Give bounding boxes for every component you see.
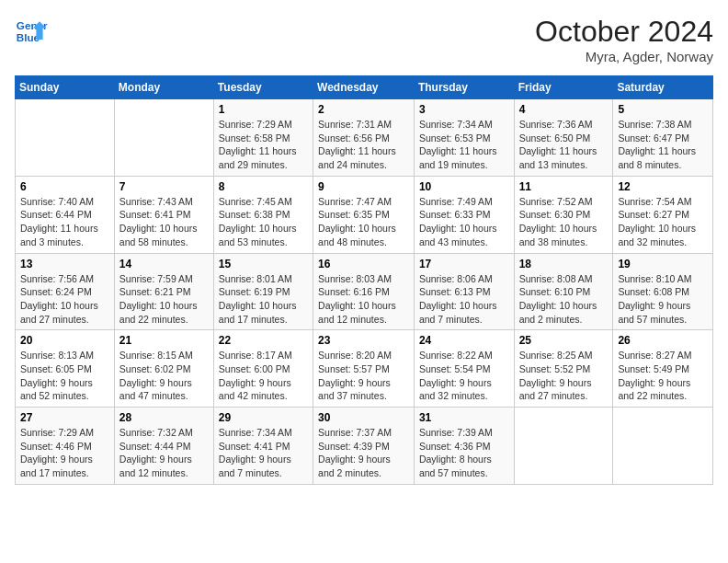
day-number: 5 bbox=[618, 103, 708, 116]
day-number: 3 bbox=[419, 103, 509, 116]
calendar-week-row: 1Sunrise: 7:29 AM Sunset: 6:58 PM Daylig… bbox=[16, 99, 713, 177]
day-number: 19 bbox=[618, 258, 708, 270]
calendar-week-row: 13Sunrise: 7:56 AM Sunset: 6:24 PM Dayli… bbox=[16, 253, 713, 330]
day-number: 28 bbox=[119, 411, 209, 424]
calendar-cell: 24Sunrise: 8:22 AM Sunset: 5:54 PM Dayli… bbox=[414, 330, 514, 408]
calendar-cell: 4Sunrise: 7:36 AM Sunset: 6:50 PM Daylig… bbox=[514, 99, 613, 177]
day-info: Sunrise: 8:13 AM Sunset: 6:05 PM Dayligh… bbox=[20, 349, 109, 403]
day-number: 15 bbox=[219, 258, 308, 270]
weekday-header: Monday bbox=[114, 76, 213, 99]
calendar-cell: 30Sunrise: 7:37 AM Sunset: 4:39 PM Dayli… bbox=[313, 408, 415, 485]
day-info: Sunrise: 7:32 AM Sunset: 4:44 PM Dayligh… bbox=[119, 426, 209, 480]
calendar-cell: 17Sunrise: 8:06 AM Sunset: 6:13 PM Dayli… bbox=[414, 253, 514, 330]
day-info: Sunrise: 7:56 AM Sunset: 6:24 PM Dayligh… bbox=[20, 272, 109, 327]
day-info: Sunrise: 7:39 AM Sunset: 4:36 PM Dayligh… bbox=[419, 426, 509, 480]
calendar-cell bbox=[16, 99, 115, 177]
day-number: 16 bbox=[318, 258, 409, 270]
calendar-cell: 31Sunrise: 7:39 AM Sunset: 4:36 PM Dayli… bbox=[414, 408, 514, 485]
day-info: Sunrise: 8:06 AM Sunset: 6:13 PM Dayligh… bbox=[419, 272, 509, 327]
weekday-header: Saturday bbox=[613, 76, 713, 99]
day-number: 8 bbox=[219, 180, 308, 193]
calendar-cell: 29Sunrise: 7:34 AM Sunset: 4:41 PM Dayli… bbox=[213, 408, 313, 485]
calendar-cell: 10Sunrise: 7:49 AM Sunset: 6:33 PM Dayli… bbox=[414, 176, 514, 253]
calendar-cell: 8Sunrise: 7:45 AM Sunset: 6:38 PM Daylig… bbox=[213, 176, 313, 253]
day-info: Sunrise: 7:47 AM Sunset: 6:35 PM Dayligh… bbox=[318, 195, 409, 249]
day-info: Sunrise: 7:54 AM Sunset: 6:27 PM Dayligh… bbox=[618, 195, 708, 249]
day-info: Sunrise: 7:43 AM Sunset: 6:41 PM Dayligh… bbox=[119, 195, 209, 249]
calendar-cell bbox=[613, 408, 713, 485]
calendar-cell: 27Sunrise: 7:29 AM Sunset: 4:46 PM Dayli… bbox=[16, 408, 115, 485]
day-info: Sunrise: 8:03 AM Sunset: 6:16 PM Dayligh… bbox=[318, 272, 409, 327]
logo: General Blue bbox=[15, 15, 48, 48]
day-number: 9 bbox=[318, 180, 409, 193]
calendar-cell: 14Sunrise: 7:59 AM Sunset: 6:21 PM Dayli… bbox=[114, 253, 213, 330]
day-info: Sunrise: 8:27 AM Sunset: 5:49 PM Dayligh… bbox=[618, 349, 708, 403]
calendar-table: SundayMondayTuesdayWednesdayThursdayFrid… bbox=[15, 75, 713, 485]
calendar-cell: 21Sunrise: 8:15 AM Sunset: 6:02 PM Dayli… bbox=[114, 330, 213, 408]
day-number: 10 bbox=[419, 180, 509, 193]
day-info: Sunrise: 7:52 AM Sunset: 6:30 PM Dayligh… bbox=[519, 195, 609, 249]
day-info: Sunrise: 8:25 AM Sunset: 5:52 PM Dayligh… bbox=[519, 349, 609, 403]
day-info: Sunrise: 7:37 AM Sunset: 4:39 PM Dayligh… bbox=[318, 426, 409, 480]
day-number: 24 bbox=[419, 334, 509, 347]
calendar-cell bbox=[114, 99, 213, 177]
weekday-header: Thursday bbox=[414, 76, 514, 99]
day-info: Sunrise: 7:29 AM Sunset: 4:46 PM Dayligh… bbox=[20, 426, 109, 480]
day-info: Sunrise: 8:20 AM Sunset: 5:57 PM Dayligh… bbox=[318, 349, 409, 403]
day-info: Sunrise: 8:17 AM Sunset: 6:00 PM Dayligh… bbox=[219, 349, 308, 403]
day-info: Sunrise: 7:40 AM Sunset: 6:44 PM Dayligh… bbox=[20, 195, 109, 249]
day-info: Sunrise: 7:45 AM Sunset: 6:38 PM Dayligh… bbox=[219, 195, 308, 249]
day-number: 18 bbox=[519, 258, 609, 270]
day-number: 27 bbox=[20, 411, 109, 424]
day-info: Sunrise: 8:01 AM Sunset: 6:19 PM Dayligh… bbox=[219, 272, 308, 327]
day-info: Sunrise: 8:22 AM Sunset: 5:54 PM Dayligh… bbox=[419, 349, 509, 403]
title-block: October 2024 Myra, Agder, Norway bbox=[535, 15, 713, 64]
day-number: 26 bbox=[618, 334, 708, 347]
day-number: 12 bbox=[618, 180, 708, 193]
calendar-cell: 28Sunrise: 7:32 AM Sunset: 4:44 PM Dayli… bbox=[114, 408, 213, 485]
calendar-cell: 11Sunrise: 7:52 AM Sunset: 6:30 PM Dayli… bbox=[514, 176, 613, 253]
day-number: 4 bbox=[519, 103, 609, 116]
day-info: Sunrise: 7:36 AM Sunset: 6:50 PM Dayligh… bbox=[519, 118, 609, 172]
calendar-cell: 3Sunrise: 7:34 AM Sunset: 6:53 PM Daylig… bbox=[414, 99, 514, 177]
calendar-cell: 5Sunrise: 7:38 AM Sunset: 6:47 PM Daylig… bbox=[613, 99, 713, 177]
calendar-week-row: 27Sunrise: 7:29 AM Sunset: 4:46 PM Dayli… bbox=[16, 408, 713, 485]
day-info: Sunrise: 8:15 AM Sunset: 6:02 PM Dayligh… bbox=[119, 349, 209, 403]
day-number: 17 bbox=[419, 258, 509, 270]
calendar-cell: 19Sunrise: 8:10 AM Sunset: 6:08 PM Dayli… bbox=[613, 253, 713, 330]
day-number: 21 bbox=[119, 334, 209, 347]
calendar-cell: 25Sunrise: 8:25 AM Sunset: 5:52 PM Dayli… bbox=[514, 330, 613, 408]
day-number: 31 bbox=[419, 411, 509, 424]
day-number: 23 bbox=[318, 334, 409, 347]
day-info: Sunrise: 7:31 AM Sunset: 6:56 PM Dayligh… bbox=[318, 118, 409, 172]
day-info: Sunrise: 8:08 AM Sunset: 6:10 PM Dayligh… bbox=[519, 272, 609, 327]
calendar-cell: 22Sunrise: 8:17 AM Sunset: 6:00 PM Dayli… bbox=[213, 330, 313, 408]
day-info: Sunrise: 7:49 AM Sunset: 6:33 PM Dayligh… bbox=[419, 195, 509, 249]
day-number: 2 bbox=[318, 103, 409, 116]
calendar-cell: 15Sunrise: 8:01 AM Sunset: 6:19 PM Dayli… bbox=[213, 253, 313, 330]
location-subtitle: Myra, Agder, Norway bbox=[535, 49, 713, 64]
day-info: Sunrise: 7:38 AM Sunset: 6:47 PM Dayligh… bbox=[618, 118, 708, 172]
weekday-header: Friday bbox=[514, 76, 613, 99]
calendar-cell: 2Sunrise: 7:31 AM Sunset: 6:56 PM Daylig… bbox=[313, 99, 415, 177]
day-number: 25 bbox=[519, 334, 609, 347]
page-header: General Blue October 2024 Myra, Agder, N… bbox=[15, 15, 713, 64]
day-number: 1 bbox=[219, 103, 308, 116]
day-number: 20 bbox=[20, 334, 109, 347]
calendar-cell: 7Sunrise: 7:43 AM Sunset: 6:41 PM Daylig… bbox=[114, 176, 213, 253]
calendar-cell: 20Sunrise: 8:13 AM Sunset: 6:05 PM Dayli… bbox=[16, 330, 115, 408]
day-number: 22 bbox=[219, 334, 308, 347]
calendar-cell: 23Sunrise: 8:20 AM Sunset: 5:57 PM Dayli… bbox=[313, 330, 415, 408]
day-number: 13 bbox=[20, 258, 109, 270]
weekday-header: Wednesday bbox=[313, 76, 415, 99]
day-info: Sunrise: 7:34 AM Sunset: 6:53 PM Dayligh… bbox=[419, 118, 509, 172]
calendar-cell bbox=[514, 408, 613, 485]
calendar-cell: 16Sunrise: 8:03 AM Sunset: 6:16 PM Dayli… bbox=[313, 253, 415, 330]
calendar-cell: 12Sunrise: 7:54 AM Sunset: 6:27 PM Dayli… bbox=[613, 176, 713, 253]
calendar-cell: 9Sunrise: 7:47 AM Sunset: 6:35 PM Daylig… bbox=[313, 176, 415, 253]
weekday-header-row: SundayMondayTuesdayWednesdayThursdayFrid… bbox=[16, 76, 713, 99]
calendar-week-row: 6Sunrise: 7:40 AM Sunset: 6:44 PM Daylig… bbox=[16, 176, 713, 253]
day-info: Sunrise: 7:34 AM Sunset: 4:41 PM Dayligh… bbox=[219, 426, 308, 480]
calendar-cell: 6Sunrise: 7:40 AM Sunset: 6:44 PM Daylig… bbox=[16, 176, 115, 253]
day-number: 30 bbox=[318, 411, 409, 424]
